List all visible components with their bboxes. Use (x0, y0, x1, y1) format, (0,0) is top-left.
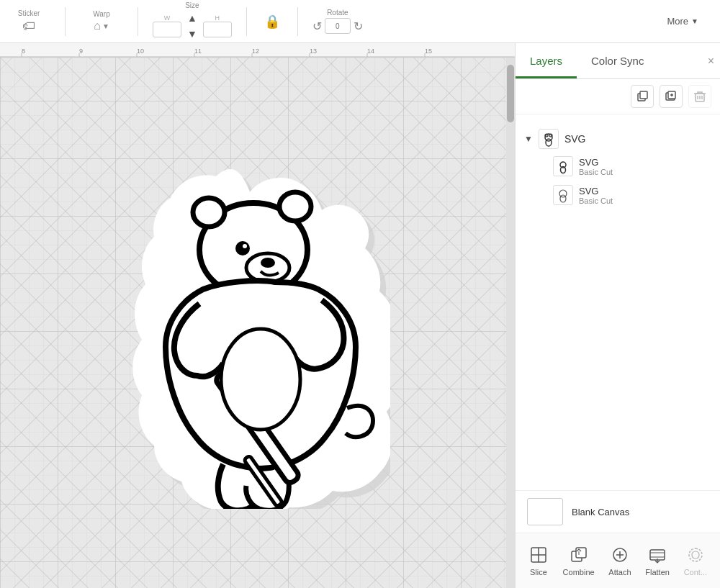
flatten-button[interactable]: Flatten (639, 542, 675, 579)
svg-text:15: 15 (425, 48, 432, 55)
scrollbar-thumb[interactable] (507, 65, 514, 122)
bear-image-container[interactable] (117, 135, 390, 512)
layer-item-1-thumb (553, 156, 573, 176)
svg-text:14: 14 (367, 48, 374, 55)
layer-item-2-info: SVG Basic Cut (579, 186, 613, 205)
svg-point-22 (243, 244, 247, 248)
layer-item-2-type: Basic Cut (579, 196, 613, 205)
duplicate-icon (636, 90, 649, 103)
layer-item-1-info: SVG Basic Cut (579, 157, 613, 176)
sticker-icon: 🏷 (22, 19, 35, 34)
combine-icon (569, 545, 589, 565)
slice-button[interactable]: Slice (523, 542, 554, 579)
divider-1 (65, 7, 66, 36)
tab-layers[interactable]: Layers (516, 43, 577, 78)
svg-text:8: 8 (22, 48, 25, 55)
lock-group: 🔒 (261, 14, 283, 30)
sticker-label: Sticker (18, 9, 40, 17)
slice-icon (528, 545, 549, 565)
divider-4 (297, 7, 298, 36)
attach-label: Attach (608, 568, 631, 576)
layer-item-2-thumb (553, 185, 573, 205)
toolbar: Sticker 🏷 Warp ⌂ ▼ Size W ▲ ▼ H (0, 0, 720, 43)
svg-point-26 (221, 329, 300, 430)
flatten-label: Flatten (645, 568, 670, 576)
size-up-btn[interactable]: ▲ (184, 11, 200, 25)
height-input[interactable] (203, 22, 232, 37)
blank-canvas-thumb (527, 498, 563, 525)
delete-icon (693, 90, 706, 103)
bear-svg (117, 135, 390, 509)
svg-point-47 (560, 195, 566, 202)
rotate-group: Rotate ↺ ↻ (312, 9, 363, 34)
canvas-area: 8 9 10 11 12 13 14 15 (0, 43, 515, 588)
right-panel: Layers Color Sync × (515, 43, 720, 588)
panel-close-button[interactable]: × (708, 55, 714, 68)
warp-label: Warp (93, 10, 110, 18)
size-label: Size (185, 1, 199, 9)
layer-children: SVG Basic Cut SVG (553, 152, 711, 209)
svg-point-18 (193, 198, 225, 227)
more-label: More (667, 16, 688, 27)
svg-point-19 (279, 192, 311, 221)
layer-item-2-name: SVG (579, 186, 613, 196)
layer-group-header[interactable]: ▼ SVG (524, 126, 711, 152)
size-group: Size W ▲ ▼ H (153, 1, 232, 41)
main-area: 8 9 10 11 12 13 14 15 (0, 43, 720, 588)
divider-3 (246, 7, 247, 36)
attach-button[interactable]: Attach (603, 542, 636, 579)
panel-toolbar (516, 79, 720, 114)
contour-label: Cont... (684, 568, 707, 576)
layer-root-thumb (539, 129, 559, 149)
svg-text:10: 10 (137, 48, 144, 55)
contour-icon (685, 545, 706, 565)
rotate-input[interactable] (325, 18, 351, 34)
layer-item-2[interactable]: SVG Basic Cut (553, 181, 711, 209)
layer-expand-icon: ▼ (524, 134, 533, 144)
layer-tree: ▼ SVG (516, 114, 720, 490)
delete-layer-button[interactable] (688, 85, 711, 108)
combine-label: Combine (563, 568, 595, 576)
contour-button[interactable]: Cont... (678, 542, 713, 579)
canvas-content (0, 58, 506, 588)
more-chevron-icon: ▼ (691, 17, 698, 25)
warp-group: Warp ⌂ ▼ (80, 10, 123, 32)
blank-canvas-row: Blank Canvas (516, 490, 720, 533)
layer-item-1[interactable]: SVG Basic Cut (553, 152, 711, 181)
layer-item-1-name: SVG (579, 157, 613, 168)
rotate-ccw-icon[interactable]: ↺ (312, 19, 322, 33)
rotate-cw-icon[interactable]: ↻ (354, 19, 363, 33)
duplicate-layer-button[interactable] (631, 85, 654, 108)
svg-text:13: 13 (310, 48, 317, 55)
combine-button[interactable]: Combine (557, 542, 600, 579)
layer-item-1-type: Basic Cut (579, 168, 613, 176)
svg-text:11: 11 (194, 48, 202, 55)
flatten-icon (647, 545, 667, 565)
divider-2 (138, 7, 138, 36)
width-input[interactable] (153, 22, 181, 37)
add-icon (665, 90, 678, 103)
add-layer-button[interactable] (660, 85, 683, 108)
size-down-btn[interactable]: ▼ (184, 27, 200, 41)
sticker-group: Sticker 🏷 (7, 9, 50, 34)
svg-point-23 (261, 258, 275, 268)
more-button[interactable]: More ▼ (667, 16, 698, 27)
attach-icon (610, 545, 630, 565)
ruler-top-svg: 8 9 10 11 12 13 14 15 (0, 43, 515, 58)
svg-point-21 (235, 241, 250, 255)
svg-rect-28 (640, 91, 647, 99)
svg-rect-57 (650, 550, 665, 560)
tab-color-sync[interactable]: Color Sync (577, 43, 658, 78)
svg-point-43 (546, 139, 552, 146)
layer-root-name: SVG (564, 133, 586, 145)
panel-actions: Slice Combine (516, 533, 720, 588)
warp-chevron: ▼ (102, 22, 109, 30)
vertical-scrollbar[interactable] (506, 58, 515, 588)
svg-text:12: 12 (252, 48, 259, 55)
layer-group-root: ▼ SVG (516, 122, 720, 214)
ruler-top: 8 9 10 11 12 13 14 15 (0, 43, 515, 58)
rotate-label: Rotate (327, 9, 348, 17)
warp-icon: ⌂ (94, 19, 101, 32)
blank-canvas-label: Blank Canvas (572, 507, 629, 517)
lock-icon[interactable]: 🔒 (264, 14, 280, 30)
